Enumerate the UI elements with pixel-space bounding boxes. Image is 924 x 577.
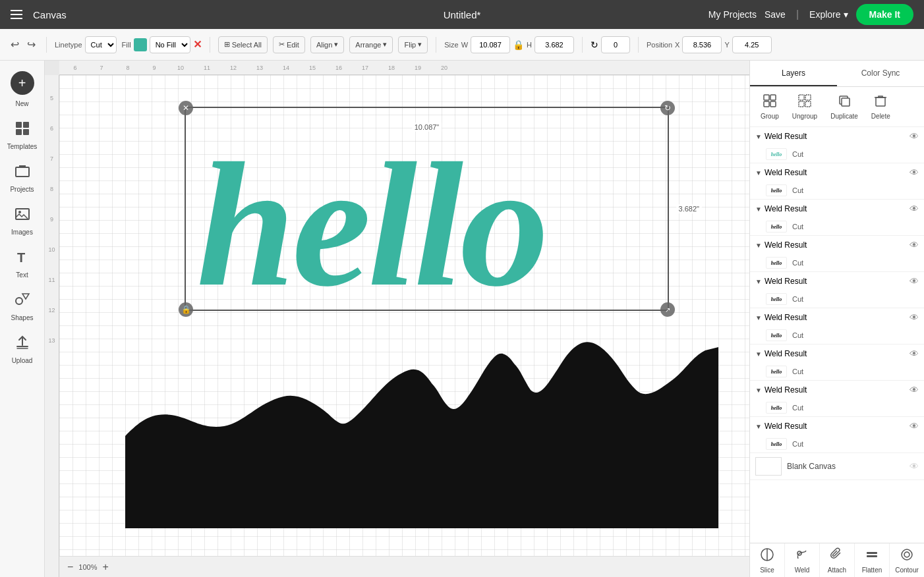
slice-button[interactable]: Slice <box>750 543 785 577</box>
position-group: Position X Y <box>647 36 772 53</box>
sidebar-item-images[interactable]: Images <box>3 201 42 241</box>
duplicate-icon <box>837 94 852 111</box>
right-panel: Layers Color Sync Group <box>749 61 924 577</box>
sidebar-item-shapes[interactable]: Shapes <box>3 287 42 327</box>
explore-button[interactable]: Explore ▾ <box>809 9 848 20</box>
contour-button[interactable]: Contour <box>890 543 924 577</box>
layer-item-5[interactable]: hello Cut <box>750 290 924 308</box>
align-button[interactable]: Align ▾ <box>310 36 344 53</box>
my-projects-link[interactable]: My Projects <box>708 9 757 20</box>
layer-thumbnail-7: hello <box>766 366 787 377</box>
eye-icon-7[interactable]: 👁 <box>910 348 919 359</box>
eye-icon-2[interactable]: 👁 <box>910 167 919 178</box>
delete-button[interactable]: Delete <box>866 91 896 123</box>
layer-thumbnail-3: hello <box>766 221 787 233</box>
tab-color-sync[interactable]: Color Sync <box>837 61 924 86</box>
layer-group-header-1[interactable]: ▼ Weld Result 👁 <box>750 127 924 146</box>
rotate-input[interactable] <box>601 36 630 53</box>
slice-icon <box>760 547 774 565</box>
arrange-button[interactable]: Arrange ▾ <box>349 36 393 53</box>
zoom-in-button[interactable]: + <box>102 561 108 573</box>
nav-left: Canvas <box>11 9 67 20</box>
layer-item-1[interactable]: hello Cut <box>750 146 924 163</box>
hidden-eye-icon[interactable]: 👁 <box>910 461 919 472</box>
sidebar-item-templates[interactable]: Templates <box>3 115 42 155</box>
x-input[interactable] <box>682 36 722 53</box>
tab-layers[interactable]: Layers <box>750 61 837 86</box>
chevron-icon: ▼ <box>755 350 762 358</box>
handle-rotate[interactable]: ↻ <box>660 101 675 115</box>
dimension-height: 3.682" <box>676 204 702 213</box>
fill-select[interactable]: No Fill <box>150 36 190 53</box>
chevron-icon: ▼ <box>755 387 762 394</box>
fill-clear-button[interactable]: ✕ <box>193 38 202 51</box>
lock-icon[interactable]: 🔒 <box>513 40 524 50</box>
canvas-area[interactable]: 6 7 8 9 10 11 12 13 14 15 16 17 18 19 20… <box>45 61 749 577</box>
svg-rect-16 <box>805 95 811 100</box>
select-all-button[interactable]: ⊞ Select All <box>218 36 268 53</box>
ungroup-button[interactable]: Ungroup <box>787 91 823 123</box>
eye-icon-8[interactable]: 👁 <box>910 385 919 395</box>
eye-icon-1[interactable]: 👁 <box>910 131 919 142</box>
layer-group-header-3[interactable]: ▼ Weld Result 👁 <box>750 200 924 218</box>
ruler-vertical: 5 6 7 8 9 10 11 12 13 <box>45 75 59 577</box>
left-sidebar: + New Templates Projects <box>0 61 45 577</box>
eye-icon-3[interactable]: 👁 <box>910 204 919 214</box>
project-title[interactable]: Untitled* <box>444 9 481 20</box>
layer-group-header-2[interactable]: ▼ Weld Result 👁 <box>750 163 924 182</box>
layer-item-2[interactable]: hello Cut <box>750 182 924 199</box>
edit-button[interactable]: ✂ Edit <box>273 36 305 53</box>
layer-group-header-9[interactable]: ▼ Weld Result 👁 <box>750 417 924 435</box>
save-link[interactable]: Save <box>765 9 786 20</box>
height-input[interactable] <box>534 36 574 53</box>
eye-icon-9[interactable]: 👁 <box>910 421 919 431</box>
handle-resize[interactable]: ↗ <box>660 302 675 317</box>
svg-rect-25 <box>867 555 877 557</box>
sidebar-item-projects[interactable]: Projects <box>3 158 42 198</box>
layer-group-header-6[interactable]: ▼ Weld Result 👁 <box>750 308 924 327</box>
attach-button[interactable]: Attach <box>820 543 855 577</box>
layer-item-4[interactable]: hello Cut <box>750 254 924 271</box>
handle-lock[interactable]: 🔒 <box>179 302 193 317</box>
group-button[interactable]: Group <box>755 91 784 123</box>
sidebar-item-upload[interactable]: Upload <box>3 329 42 370</box>
flatten-button[interactable]: Flatten <box>855 543 890 577</box>
layer-group-header-4[interactable]: ▼ Weld Result 👁 <box>750 236 924 254</box>
contour-label: Contour <box>895 566 919 574</box>
text-label: Text <box>16 271 28 279</box>
sidebar-item-new[interactable]: + New <box>3 66 42 113</box>
svg-rect-4 <box>16 167 29 177</box>
redo-button[interactable]: ↪ <box>24 36 38 53</box>
width-input[interactable] <box>471 36 510 53</box>
undo-button[interactable]: ↩ <box>8 36 22 53</box>
hamburger-icon[interactable] <box>11 10 22 19</box>
weld-button[interactable]: Weld <box>785 543 820 577</box>
svg-marker-9 <box>22 294 29 299</box>
make-it-button[interactable]: Make It <box>856 4 913 25</box>
templates-label: Templates <box>7 143 38 150</box>
selection-box[interactable]: 10.087" 3.682" ✕ ↻ 🔒 ↗ <box>185 107 669 311</box>
fill-color-swatch[interactable] <box>134 38 147 51</box>
eye-icon-4[interactable]: 👁 <box>910 240 919 250</box>
images-label: Images <box>11 229 33 236</box>
layer-group-header-7[interactable]: ▼ Weld Result 👁 <box>750 344 924 363</box>
sidebar-item-text[interactable]: T Text <box>3 244 42 284</box>
eye-icon-5[interactable]: 👁 <box>910 276 919 287</box>
duplicate-button[interactable]: Duplicate <box>825 91 863 123</box>
layer-item-3[interactable]: hello Cut <box>750 218 924 235</box>
eye-icon-6[interactable]: 👁 <box>910 312 919 323</box>
layer-item-8[interactable]: hello Cut <box>750 399 924 416</box>
layer-item-7[interactable]: hello Cut <box>750 363 924 380</box>
handle-close[interactable]: ✕ <box>179 101 193 115</box>
projects-icon <box>14 163 30 183</box>
flip-button[interactable]: Flip ▾ <box>398 36 428 53</box>
zoom-out-button[interactable]: − <box>67 561 73 573</box>
layer-group-header-5[interactable]: ▼ Weld Result 👁 <box>750 272 924 290</box>
y-input[interactable] <box>732 36 772 53</box>
layer-item-9[interactable]: hello Cut <box>750 435 924 453</box>
layer-item-6[interactable]: hello Cut <box>750 327 924 344</box>
svg-rect-11 <box>764 95 769 100</box>
chevron-icon: ▼ <box>755 278 762 285</box>
linetype-select[interactable]: Cut <box>85 36 117 53</box>
layer-group-header-8[interactable]: ▼ Weld Result 👁 <box>750 381 924 399</box>
